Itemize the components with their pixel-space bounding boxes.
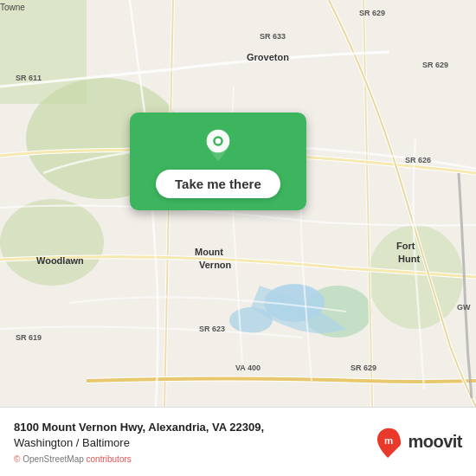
- svg-text:Towne: Towne: [0, 3, 25, 12]
- svg-rect-3: [0, 0, 87, 104]
- address-text: 8100 Mount Vernon Hwy, Alexandria, VA 22…: [14, 420, 264, 435]
- svg-text:m: m: [384, 434, 393, 445]
- svg-text:Mount: Mount: [195, 247, 223, 257]
- svg-text:Woodlawn: Woodlawn: [36, 255, 84, 266]
- osm-credit: © OpenStreetMap contributors: [14, 454, 264, 464]
- osm-contributors-link[interactable]: contributors: [87, 454, 132, 464]
- svg-text:Groveton: Groveton: [247, 52, 289, 62]
- green-box: Take me there: [130, 113, 306, 210]
- svg-text:Vernon: Vernon: [199, 260, 232, 270]
- svg-text:GW: GW: [457, 303, 471, 312]
- moovit-logo: m moovit: [373, 427, 462, 458]
- moovit-icon-svg: m: [373, 427, 404, 458]
- address-section: 8100 Mount Vernon Hwy, Alexandria, VA 22…: [14, 420, 264, 464]
- svg-point-27: [215, 138, 222, 145]
- svg-text:Hunt: Hunt: [398, 254, 420, 264]
- button-overlay: Take me there: [130, 113, 306, 210]
- svg-point-2: [0, 199, 104, 286]
- svg-text:SR 633: SR 633: [260, 32, 286, 41]
- svg-text:SR 629: SR 629: [422, 61, 448, 69]
- svg-text:SR 629: SR 629: [359, 9, 385, 17]
- svg-text:SR 623: SR 623: [199, 325, 225, 333]
- moovit-text: moovit: [408, 432, 462, 452]
- svg-text:SR 626: SR 626: [405, 156, 431, 164]
- svg-text:SR 629: SR 629: [351, 363, 376, 372]
- svg-text:Fort: Fort: [396, 241, 415, 251]
- info-bar: 8100 Mount Vernon Hwy, Alexandria, VA 22…: [0, 407, 476, 476]
- take-me-there-button[interactable]: Take me there: [156, 170, 280, 198]
- map-container: SR 629 SR 633 SR 629 SR 611 Groveton SR …: [0, 0, 476, 407]
- svg-text:SR 619: SR 619: [16, 333, 42, 342]
- city-text: Washington / Baltimore: [14, 435, 264, 451]
- location-pin-icon: [201, 128, 235, 163]
- svg-text:SR 611: SR 611: [16, 74, 42, 82]
- svg-text:VA 400: VA 400: [235, 363, 261, 372]
